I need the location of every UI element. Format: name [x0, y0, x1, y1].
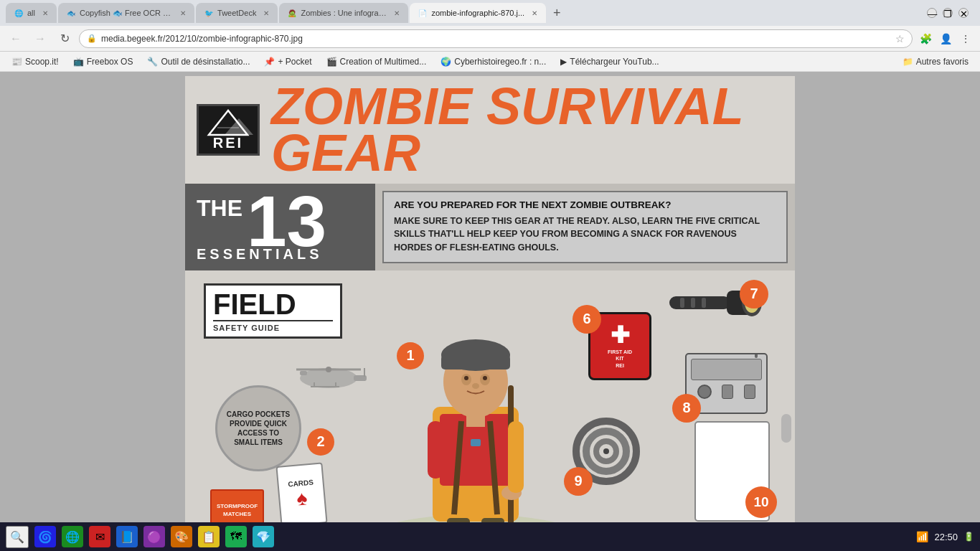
badge-9: 9: [564, 467, 593, 496]
tab-zombie-infographic[interactable]: 📄 zombie-infographic-870.j... ✕: [410, 3, 546, 23]
person-illustration: [350, 270, 601, 547]
taskbar: 🔍 🌀 🌐 ✉ 📘 🟣 🎨 📋 🗺 💎 📶 22:50 🔋: [0, 522, 980, 551]
person-svg: [350, 270, 601, 547]
essentials-label: ESSENTIALS: [197, 246, 364, 263]
bookmark-freebox[interactable]: 📺 Freebox OS: [67, 55, 139, 68]
number-13: 13: [247, 191, 326, 252]
taskbar-search-button[interactable]: 🔍: [6, 526, 29, 548]
navigation-bar: ← → ↻ 🔒 media.begeek.fr/2012/10/zombie-i…: [0, 26, 980, 52]
address-bar[interactable]: 🔒 media.begeek.fr/2012/10/zombie-infogra…: [79, 29, 913, 48]
tab-close-icon[interactable]: ✕: [42, 9, 48, 17]
minimize-button[interactable]: —: [927, 8, 937, 18]
tab-label: Zombies : Une infographic...: [301, 9, 387, 17]
back-button[interactable]: ←: [6, 29, 26, 49]
bookmark-cyber[interactable]: 🌍 Cyberhistoiregeo.fr : n...: [435, 55, 552, 68]
tab-close-icon[interactable]: ✕: [532, 9, 537, 17]
bookmark-creation[interactable]: 🎬 Creation of Multimed...: [321, 55, 433, 68]
title-bar: 🌐 all ✕ 🐟 Copyfish 🐟 Free OCR Sof... ✕ 🐦…: [0, 0, 980, 26]
badge-10: 10: [745, 486, 777, 518]
bookmark-label: Scoop.it!: [25, 57, 59, 67]
svg-point-22: [472, 383, 479, 389]
tab-favicon: 🧟: [288, 9, 296, 17]
tab-all[interactable]: 🌐 all ✕: [6, 3, 57, 23]
menu-button[interactable]: ⋮: [957, 30, 974, 47]
first-aid-kit-area: 6 ✚ FIRST AIDKIT REI: [588, 312, 651, 380]
restore-button[interactable]: ❐: [943, 8, 953, 18]
tab-close-icon[interactable]: ✕: [394, 9, 400, 17]
taskbar-app-paint[interactable]: 🎨: [171, 526, 192, 547]
bookmark-label: Cyberhistoiregeo.fr : n...: [454, 57, 546, 67]
tab-close-icon[interactable]: ✕: [180, 9, 186, 17]
rope-area: 9: [573, 418, 641, 489]
cargo-pockets-callout: CARGO POCKETS PROVIDE QUICK ACCESS TO SM…: [215, 385, 301, 471]
essentials-box: THE 13 ESSENTIALS: [185, 184, 375, 270]
zombie-survival-gear-text: ZOMBIE SURVIVAL GEAR: [271, 83, 783, 176]
svg-rect-28: [428, 421, 443, 479]
tab-label: TweetDeck: [217, 9, 256, 17]
tab-favicon: 🐟: [67, 9, 75, 17]
profile-button[interactable]: 👤: [937, 30, 954, 47]
battery-icon: 🔋: [963, 532, 974, 542]
taskbar-app-onenote[interactable]: 🟣: [143, 526, 165, 547]
taskbar-app-email[interactable]: ✉: [89, 526, 110, 547]
svg-rect-39: [680, 298, 684, 308]
radio-display: [691, 359, 762, 380]
bookmark-icon: 📌: [264, 57, 275, 67]
button-2: [744, 385, 755, 399]
star-icon[interactable]: ☆: [895, 33, 905, 44]
bookmark-outil[interactable]: 🔧 Outil de désinstallatio...: [141, 55, 255, 68]
bookmark-pocket[interactable]: 📌 + Pocket: [258, 55, 317, 68]
taskbar-app-docs[interactable]: 📘: [116, 526, 138, 547]
cards-suit: ♠: [296, 486, 308, 510]
refresh-button[interactable]: ↻: [55, 29, 75, 49]
close-button[interactable]: ✕: [958, 8, 969, 18]
bookmark-label: Outil de désinstallatio...: [161, 57, 250, 67]
new-tab-button[interactable]: +: [547, 6, 567, 21]
svg-rect-40: [691, 298, 695, 308]
antenna: [755, 353, 758, 358]
nav-icons: 🧩 👤 ⋮: [917, 30, 974, 47]
bookmark-youtube[interactable]: ▶ Téléchargeur YouTub...: [555, 55, 664, 68]
svg-rect-5: [300, 371, 307, 375]
main-title: ZOMBIE SURVIVAL GEAR: [271, 83, 783, 176]
white-rect-area: 10: [694, 421, 770, 522]
svg-rect-17: [441, 355, 510, 369]
tab-label: Copyfish 🐟 Free OCR Sof...: [80, 9, 173, 18]
bookmark-scoop[interactable]: 📰 Scoop.it!: [6, 55, 65, 68]
taskbar-app-maps[interactable]: 🗺: [225, 526, 247, 547]
tab-zombies[interactable]: 🧟 Zombies : Une infographic... ✕: [279, 3, 408, 23]
cross-symbol: ✚: [611, 324, 630, 347]
forward-button[interactable]: →: [30, 29, 50, 49]
tab-favicon: 📄: [418, 9, 427, 17]
folder-icon: 📁: [903, 57, 913, 67]
flashlight-area: 7: [662, 283, 763, 326]
svg-point-20: [464, 376, 468, 380]
tab-tweetdeck[interactable]: 🐦 TweetDeck ✕: [196, 3, 278, 23]
extensions-button[interactable]: 🧩: [917, 30, 934, 47]
cargo-text: CARGO POCKETS PROVIDE QUICK ACCESS TO SM…: [226, 410, 291, 447]
taskbar-app-gem[interactable]: 💎: [253, 526, 274, 547]
tab-copyfish[interactable]: 🐟 Copyfish 🐟 Free OCR Sof... ✕: [58, 3, 194, 23]
address-text: media.begeek.fr/2012/10/zombie-infograph…: [101, 34, 891, 44]
clock: 22:50: [934, 532, 958, 542]
svg-rect-23: [466, 413, 485, 427]
browser-frame: 🌐 all ✕ 🐟 Copyfish 🐟 Free OCR Sof... ✕ 🐦…: [0, 0, 980, 551]
tab-close-icon[interactable]: ✕: [263, 9, 269, 17]
bookmark-autres[interactable]: 📁 Autres favoris: [897, 55, 974, 68]
bookmark-label: Autres favoris: [916, 57, 969, 67]
svg-rect-35: [669, 296, 730, 309]
scroll-indicator[interactable]: [781, 414, 791, 443]
taskbar-app-chrome[interactable]: 🌀: [34, 526, 56, 547]
svg-rect-41: [702, 298, 706, 308]
svg-point-7: [326, 367, 331, 372]
description-title: ARE YOU PREPARED FOR THE NEXT ZOMBIE OUT…: [394, 199, 776, 210]
radio-area: 8: [685, 353, 768, 414]
bookmark-label: Freebox OS: [87, 57, 133, 67]
essentials-title-row: THE 13: [197, 191, 364, 252]
taskbar-app-notes[interactable]: 📋: [198, 526, 220, 547]
badge-6: 6: [573, 305, 601, 334]
taskbar-app-browser[interactable]: 🌐: [62, 526, 83, 547]
infographic-bottom: FIELD SAFETY GUIDE: [185, 270, 795, 547]
bookmark-label: Téléchargeur YouTub...: [570, 57, 659, 67]
essentials-row: THE 13 ESSENTIALS ARE YOU PREPARED FOR T…: [185, 184, 795, 270]
